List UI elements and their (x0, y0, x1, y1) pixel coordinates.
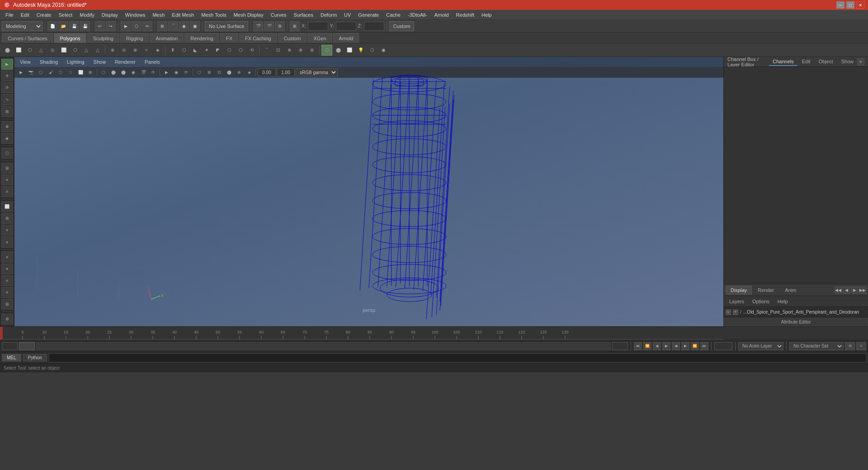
layers-sub-tab[interactable]: Layers (726, 298, 748, 305)
layers-arrow-left-left[interactable]: ◀◀ (835, 287, 842, 294)
start-frame-input[interactable]: 1 (2, 342, 18, 350)
prev-key-btn[interactable]: ⏪ (643, 342, 651, 350)
next-key-btn[interactable]: ⏩ (691, 342, 699, 350)
show-manipulator[interactable]: ⬡ (1, 148, 13, 159)
menu-uv[interactable]: UV (340, 11, 354, 19)
render-tab[interactable]: Render (753, 286, 779, 295)
tab-polygons[interactable]: Polygons (54, 33, 86, 43)
tab-curves-surfaces[interactable]: Curves / Surfaces (2, 33, 53, 43)
pyramid-icon-btn[interactable]: △ (92, 45, 103, 56)
bridge-icon-btn[interactable]: ⬡ (179, 45, 189, 56)
panel-tools[interactable]: ≡ (1, 287, 13, 298)
sphere-icon-btn[interactable]: ⬤ (2, 45, 13, 56)
bottom-left-tool[interactable]: ⚙ (1, 314, 13, 324)
attr-editor-toggle[interactable]: ≡ (1, 225, 13, 235)
menu-3dtoall[interactable]: -3DtoAll- (404, 11, 431, 19)
isolate-icon-btn[interactable]: ◉ (378, 45, 389, 56)
outliner-toggle[interactable]: ≡ (1, 236, 13, 247)
tab-fx-caching[interactable]: FX Caching (239, 33, 277, 43)
merge-icon-btn[interactable]: ⊕ (284, 45, 295, 56)
menu-windows[interactable]: Windows (122, 11, 149, 19)
menu-edit-mesh[interactable]: Edit Mesh (168, 11, 198, 19)
xray-icon-btn[interactable]: ⬡ (367, 45, 377, 56)
snap-grid-button[interactable]: ⊞ (157, 21, 167, 31)
cylinder-icon-btn[interactable]: ⬡ (24, 45, 35, 56)
flip-icon-btn[interactable]: ⟲ (246, 45, 257, 56)
layer-playback-flag[interactable]: P (733, 310, 738, 315)
connect-icon-btn[interactable]: ⊕ (295, 45, 306, 56)
fill-hole-icon-btn[interactable]: ◈ (152, 45, 163, 56)
current-frame-input[interactable]: 1 (19, 342, 35, 350)
script-input[interactable] (49, 353, 866, 362)
character-set-select[interactable]: No Character Set (789, 342, 844, 350)
anim-tab[interactable]: Anim (780, 286, 801, 295)
tab-xgen[interactable]: XGen (307, 33, 332, 43)
paint-select-tool[interactable]: ◈ (1, 133, 13, 144)
menu-create[interactable]: Create (33, 11, 55, 19)
anim-layer-select[interactable]: No Anim Layer (738, 342, 783, 350)
undo-button[interactable]: ↩ (95, 21, 105, 31)
x-input[interactable] (308, 22, 328, 31)
play-back-btn[interactable]: ◀ (672, 342, 680, 350)
menu-deform[interactable]: Deform (317, 11, 340, 19)
annotation-tool[interactable]: ≡ (1, 186, 13, 197)
channels-tab[interactable]: Channels (769, 58, 797, 66)
tab-sculpting[interactable]: Sculpting (87, 33, 119, 43)
workspace-dropdown[interactable]: Modeling (2, 21, 42, 31)
go-end-btn[interactable]: ⏭ (700, 342, 708, 350)
display-tab[interactable]: Display (726, 286, 752, 295)
duplicate-icon-btn[interactable]: ⬡ (224, 45, 235, 56)
maximize-button[interactable]: □ (846, 1, 854, 9)
prism-icon-btn[interactable]: △ (81, 45, 92, 56)
y-input[interactable] (336, 22, 356, 31)
menu-surfaces[interactable]: Surfaces (290, 11, 317, 19)
snap-point-button[interactable]: ◉ (179, 21, 189, 31)
layer-visibility-flag[interactable]: V (726, 310, 731, 315)
help-sub-tab[interactable]: Help (774, 298, 792, 305)
disc-icon-btn[interactable]: ⬡ (70, 45, 80, 56)
combine-icon-btn[interactable]: ⊕ (107, 45, 118, 56)
layer-icon[interactable]: / (740, 310, 741, 315)
extra-tools[interactable]: ≡ (1, 275, 13, 286)
tab-custom[interactable]: Custom (278, 33, 307, 43)
layers-arrow-left[interactable]: ◀ (843, 287, 850, 294)
transform-mode-button[interactable]: ⊞ (290, 21, 300, 31)
tab-arnold[interactable]: Arnold (333, 33, 359, 43)
prev-frame-btn[interactable]: ◀ (653, 342, 661, 350)
open-button[interactable]: 📂 (58, 21, 68, 31)
extrude-icon-btn[interactable]: ⬆ (167, 45, 178, 56)
custom-button[interactable]: Custom (389, 21, 415, 31)
menu-mesh-tools[interactable]: Mesh Tools (198, 11, 230, 19)
bevel-icon-btn[interactable]: ◣ (190, 45, 201, 56)
smooth-icon-btn[interactable]: ≈ (141, 45, 152, 56)
next-frame-btn[interactable]: ▶ (681, 342, 689, 350)
rotate-tool[interactable]: ⟳ (1, 82, 13, 93)
cone-icon-btn[interactable]: △ (36, 45, 47, 56)
grid-toggle[interactable]: ⊞ (1, 299, 13, 310)
show-tab[interactable]: Show (837, 58, 857, 66)
play-btn[interactable]: ▶ (662, 342, 670, 350)
cube-icon-btn[interactable]: ⬜ (13, 45, 24, 56)
end-frame-input[interactable]: 120 (612, 342, 628, 350)
viewport[interactable]: View Shading Lighting Show Renderer Pane… (14, 57, 723, 326)
scale-tool[interactable]: ⤡ (1, 94, 13, 105)
more-tools[interactable]: ≡ (1, 251, 13, 262)
mel-tab[interactable]: MEL (2, 354, 21, 362)
menu-modify[interactable]: Modify (76, 11, 98, 19)
lasso-tool-button[interactable]: ⬡ (132, 21, 142, 31)
timeline[interactable]: 5 10 15 20 25 30 35 40 45 50 55 60 65 (0, 326, 868, 340)
menu-select[interactable]: Select (55, 11, 76, 19)
save-as-button[interactable]: 💾 (80, 21, 90, 31)
ipr-button[interactable]: 🎬 (264, 21, 274, 31)
menu-curves[interactable]: Curves (267, 11, 290, 19)
snap-together[interactable]: ⊞ (1, 163, 13, 174)
render-region[interactable]: ⬜ (1, 201, 13, 212)
no-live-surface-button[interactable]: No Live Surface (205, 21, 248, 31)
plane-icon-btn[interactable]: ⬜ (58, 45, 69, 56)
tab-rigging[interactable]: Rigging (120, 33, 149, 43)
menu-file[interactable]: File (2, 11, 17, 19)
menu-mesh[interactable]: Mesh (149, 11, 168, 19)
detach-icon-btn[interactable]: ⊗ (307, 45, 317, 56)
layers-arrow-right-right[interactable]: ▶▶ (859, 287, 866, 294)
minimize-button[interactable]: ─ (836, 1, 844, 9)
